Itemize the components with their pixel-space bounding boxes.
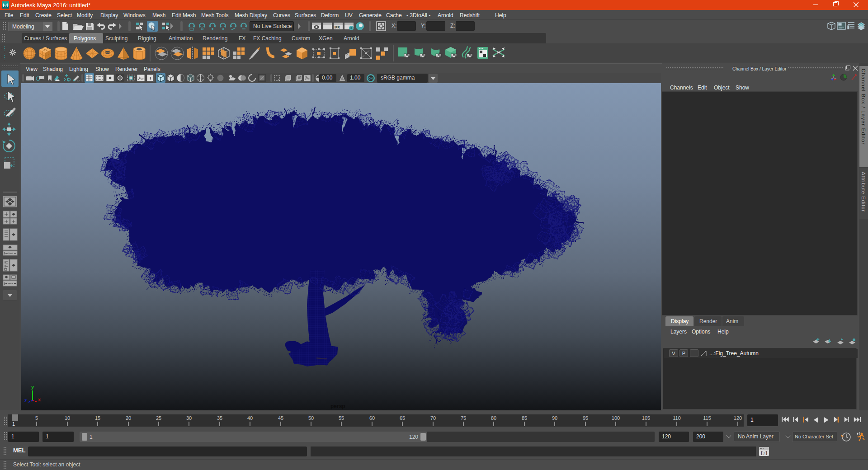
svg-text:x: x — [38, 397, 41, 402]
svg-text:y: y — [31, 384, 34, 390]
svg-text:z: z — [24, 398, 27, 403]
svg-text:{;}: {;} — [760, 451, 768, 456]
svg-text:ON: ON — [368, 77, 373, 80]
svg-text:IPR: IPR — [335, 26, 340, 29]
svg-text:T: T — [149, 76, 152, 80]
svg-text:persp: persp — [330, 403, 345, 409]
